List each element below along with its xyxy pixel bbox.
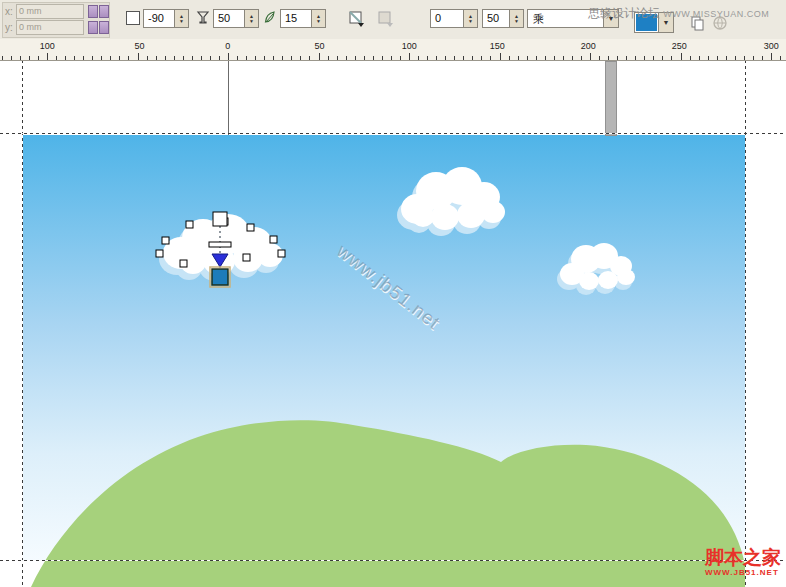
page-canvas[interactable] [23,135,746,587]
ruler-tick [500,53,501,60]
horizontal-ruler[interactable]: 10050050100150200250300 [0,39,786,61]
site-watermark: 脚本之家 WWW.JB51.NET [705,548,781,577]
midpoint-spinner[interactable]: ▲▼ [463,10,477,27]
ruler-tick [119,56,120,60]
edge-pad-field[interactable]: 50 ▲▼ [213,9,259,28]
ruler-tick [445,56,446,60]
ruler-tick [20,56,21,60]
ruler-tick [337,56,338,60]
ruler-label: 150 [490,41,505,51]
ruler-tick [735,56,736,60]
ruler-tick [653,56,654,60]
fill-start-handle[interactable] [213,212,227,226]
ruler-tick [690,56,691,60]
ruler-label: 50 [134,41,144,51]
ruler-tick [681,53,682,60]
paste-fill-properties-icon[interactable] [374,8,396,30]
ruler-tick [518,56,519,60]
ruler-tick [183,56,184,60]
ruler-label: 100 [402,41,417,51]
page-border-bottom[interactable] [0,560,786,561]
ruler-tick [382,56,383,60]
ruler-tick [255,56,256,60]
ruler-tick [454,56,455,60]
ruler-label: 0 [225,41,230,51]
ruler-tick [726,56,727,60]
ruler-tick [744,56,745,60]
property-toolbar: x: 0 mm y: 0 mm -90 ▲▼ 50 [0,0,786,40]
ruler-tick [481,56,482,60]
ruler-tick [74,56,75,60]
site-url: WWW.JB51.NET [705,569,781,577]
ruler-tick [590,53,591,60]
ruler-tick [228,53,229,60]
y-position-field[interactable]: 0 mm [16,20,84,35]
ruler-tick [355,56,356,60]
feather-field[interactable]: 15 ▲▼ [280,9,326,28]
feather-spinner[interactable]: ▲▼ [311,10,325,27]
x-stepper-down[interactable] [99,5,109,18]
y-stepper-up[interactable] [88,21,98,34]
ruler-label: 200 [581,41,596,51]
ruler-tick [364,56,365,60]
y-stepper-down[interactable] [99,21,109,34]
ruler-tick [128,56,129,60]
ruler-tick [138,53,139,60]
feather-icon [263,10,277,29]
ruler-tick [2,56,3,60]
ruler-tick [545,56,546,60]
ruler-tick [219,56,220,60]
ruler-tick [418,56,419,60]
ruler-tick [662,56,663,60]
ruler-tick [509,56,510,60]
drag-guideline-bar[interactable] [605,61,617,136]
ruler-tick [346,56,347,60]
ruler-tick [165,56,166,60]
ruler-tick [708,56,709,60]
y-label: y: [5,22,16,33]
x-stepper-up[interactable] [88,5,98,18]
ruler-tick [156,56,157,60]
square-outline-icon [126,11,140,25]
ruler-tick [490,56,491,60]
ruler-label: 300 [764,41,779,51]
ruler-tick [264,56,265,60]
ruler-tick [373,56,374,60]
guideline-zero[interactable] [228,60,229,135]
ruler-tick [780,56,781,60]
ruler-tick [92,56,93,60]
drawing-workspace[interactable]: www.jb51.net 脚本之家 WWW.JB51.NET [0,60,786,587]
opacity-spinner[interactable]: ▲▼ [509,10,523,27]
fill-midpoint-slider[interactable] [209,242,231,247]
x-label: x: [5,6,16,17]
copy-fill-properties-icon[interactable] [345,8,367,30]
ruler-tick [110,56,111,60]
ruler-tick [563,56,564,60]
ruler-tick [771,53,772,60]
position-block: x: 0 mm y: 0 mm [2,2,110,38]
ruler-tick [472,56,473,60]
fill-end-handle[interactable] [212,269,228,285]
forum-watermark: 思缘设计论坛 WWW.MISSYUAN.COM [588,5,769,22]
ruler-label: 250 [672,41,687,51]
midpoint-field[interactable]: 0 ▲▼ [430,9,478,28]
angle-spinner[interactable]: ▲▼ [174,10,188,27]
ruler-tick [400,56,401,60]
ruler-tick [699,56,700,60]
edge-pad-spinner[interactable]: ▲▼ [244,10,258,27]
page-border-right[interactable] [745,60,746,587]
opacity-field[interactable]: 50 ▲▼ [482,9,524,28]
ruler-tick [282,56,283,60]
ruler-tick [201,56,202,60]
angle-field[interactable]: -90 ▲▼ [143,9,189,28]
ruler-tick [11,56,12,60]
ruler-tick [717,56,718,60]
ruler-tick [753,56,754,60]
page-border-top[interactable] [0,133,786,134]
page-border-left[interactable] [22,60,23,587]
ruler-tick [147,56,148,60]
ruler-tick [635,56,636,60]
x-position-field[interactable]: 0 mm [16,4,84,19]
ruler-tick [246,56,247,60]
ruler-tick [192,56,193,60]
